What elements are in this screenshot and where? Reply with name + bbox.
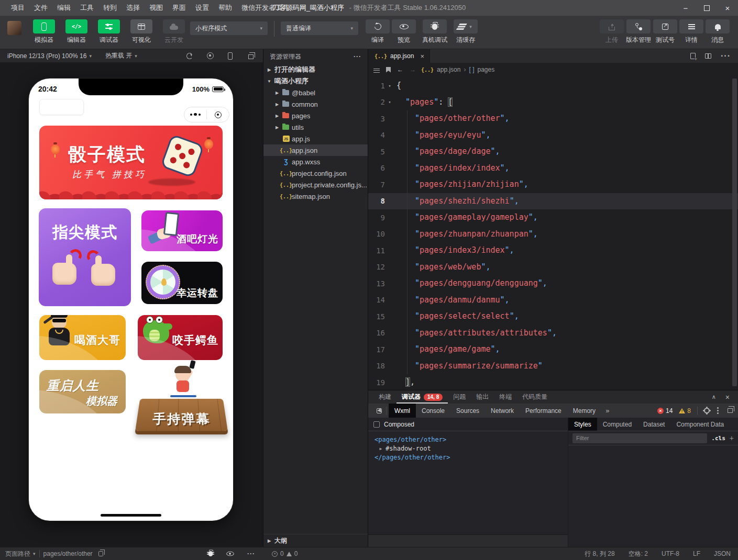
styles-tab-2[interactable]: Dataset xyxy=(637,418,670,431)
tile-biting-crocodile[interactable]: 咬手鳄鱼 xyxy=(138,315,223,360)
float-window-icon[interactable] xyxy=(248,54,254,59)
record-icon[interactable] xyxy=(207,52,214,59)
code-line-14[interactable]: 14"pages/danmu/danmu", xyxy=(368,292,738,309)
code-line-2[interactable]: 2▾"pages": [ xyxy=(368,94,738,111)
hot-reload-toggle[interactable]: 热重载 开 ▾ xyxy=(105,51,137,60)
cls-toggle[interactable]: .cls xyxy=(711,435,725,442)
close-tab-icon[interactable]: × xyxy=(420,52,424,60)
outline-section[interactable]: ▶ 大纲 xyxy=(263,534,368,547)
wxml-open-tag[interactable]: <pages/other/other> xyxy=(374,435,568,444)
file-sitemap-json[interactable]: {..}sitemap.json xyxy=(263,191,368,202)
gear-icon[interactable] xyxy=(704,408,710,413)
breadcrumb-path[interactable]: {..} app.json › [ ] pages xyxy=(421,66,494,73)
tab-app-json[interactable]: {..} app.json × xyxy=(368,49,430,63)
panel-tab-4[interactable]: 终端 xyxy=(494,390,517,404)
code-line-1[interactable]: 1▾{ xyxy=(368,77,738,94)
tile-bar-light[interactable]: 酒吧灯光 xyxy=(141,210,223,251)
code-line-3[interactable]: 3"pages/other/other", xyxy=(368,110,738,127)
tile-fingertip-mode[interactable]: 指尖模式 xyxy=(39,208,131,306)
visualize-toggle-button[interactable]: 可视化 xyxy=(128,19,155,44)
file-app-json[interactable]: {..}app.json xyxy=(263,144,368,156)
status-segment-0[interactable]: 行 8, 列 28 xyxy=(585,550,614,558)
more-icon[interactable]: ··· xyxy=(354,53,361,60)
code-line-4[interactable]: 4"pages/eyu/eyu", xyxy=(368,127,738,144)
code-line-5[interactable]: 5"pages/dage/dage", xyxy=(368,143,738,160)
wxml-close-tag[interactable]: </pages/other/other> xyxy=(374,453,568,462)
more-menu-icon[interactable] xyxy=(184,114,206,116)
undock-icon[interactable] xyxy=(728,408,733,413)
mode-select[interactable]: 小程序模式 ▾ xyxy=(190,21,268,35)
status-segment-4[interactable]: JSON xyxy=(714,550,731,557)
wxml-shadow-root[interactable]: ▶ #shadow-root xyxy=(374,444,568,453)
styles-tab-1[interactable]: Computed xyxy=(597,418,637,431)
menu-item-10[interactable]: 微信开发者工具 xyxy=(237,3,294,13)
status-segment-3[interactable]: LF xyxy=(693,550,700,557)
outline-list-icon[interactable] xyxy=(373,69,380,73)
styles-tab-3[interactable]: Component Data xyxy=(670,418,730,431)
warning-counter[interactable]: 8 xyxy=(679,407,691,415)
code-line-16[interactable]: 16"pages/attributes/attributes", xyxy=(368,325,738,342)
editor-scrollbar[interactable] xyxy=(732,79,737,386)
devtools-tab-sources[interactable]: Sources xyxy=(450,404,485,418)
code-line-15[interactable]: 15"pages/select/select", xyxy=(368,308,738,325)
panel-tab-2[interactable]: 问题 xyxy=(448,390,471,404)
close-miniprogram-icon[interactable] xyxy=(207,111,229,118)
code-line-11[interactable]: 11"pages/index3/index", xyxy=(368,242,738,259)
rotate-icon[interactable] xyxy=(186,53,193,59)
file-project-config-json[interactable]: {..}project.config.json xyxy=(263,167,368,179)
file-utils[interactable]: ▶utils xyxy=(263,121,368,133)
debugger-toggle-button[interactable]: 调试器 xyxy=(95,19,123,44)
tile-drinking-boss[interactable]: 喝酒大哥 xyxy=(39,315,126,360)
maximize-button[interactable] xyxy=(696,0,717,16)
code-line-12[interactable]: 12"pages/web/web", xyxy=(368,259,738,276)
code-line-8[interactable]: 8"pages/shezhi/shezhi", xyxy=(368,193,738,210)
copy-path-icon[interactable] xyxy=(98,551,103,556)
page-path-selector[interactable]: 页面路径 ▾ xyxy=(5,550,36,558)
close-button[interactable]: × xyxy=(717,0,738,16)
file-common[interactable]: ▶common xyxy=(263,98,368,110)
file-app-js[interactable]: JSapp.js xyxy=(263,133,368,144)
split-editor-icon[interactable] xyxy=(705,53,711,59)
tile-restart-life[interactable]: 重启人生 模拟器 xyxy=(39,370,126,413)
menu-item-8[interactable]: 设置 xyxy=(191,3,214,13)
open-editors-section[interactable]: ▶ 打开的编辑器 xyxy=(263,64,368,75)
panel-tab-3[interactable]: 输出 xyxy=(471,390,494,404)
devtools-tab-console[interactable]: Console xyxy=(416,404,450,418)
menu-item-1[interactable]: 文件 xyxy=(29,3,52,13)
styles-filter-input[interactable] xyxy=(572,433,707,443)
status-segment-2[interactable]: UTF-8 xyxy=(662,550,679,557)
kebab-menu-icon[interactable] xyxy=(717,410,719,411)
devtools-tab-memory[interactable]: Memory xyxy=(567,404,601,418)
breadcrumb-node[interactable]: pages xyxy=(477,66,494,73)
bookmark-icon[interactable] xyxy=(386,67,391,73)
device-select[interactable]: iPhone 12/13 (Pro) 100% 16 ▾ xyxy=(7,52,92,60)
version-control-button[interactable]: 版本管理 xyxy=(626,19,651,44)
wxml-tree[interactable]: <pages/other/other> ▶ #shadow-root </pag… xyxy=(368,431,568,534)
collapse-panel-icon[interactable]: ∧ xyxy=(712,394,716,400)
user-avatar[interactable] xyxy=(7,21,21,35)
panel-tab-1[interactable]: 调试器14, 8 xyxy=(396,390,448,404)
more-actions-icon[interactable]: ··· xyxy=(721,51,731,61)
menu-item-3[interactable]: 工具 xyxy=(75,3,98,13)
menu-item-6[interactable]: 视图 xyxy=(145,3,168,13)
code-line-19[interactable]: 19], xyxy=(368,374,738,390)
code-line-10[interactable]: 10"pages/zhuanpan/zhuanpan", xyxy=(368,226,738,243)
back-arrow-icon[interactable]: ← xyxy=(397,66,403,73)
compile-button[interactable]: 编译 xyxy=(366,19,390,44)
devtools-tab-wxml[interactable]: Wxml xyxy=(389,404,416,418)
tile-dice-mode[interactable]: 骰子模式 比手气 拼技巧 xyxy=(39,126,223,199)
element-picker-icon[interactable] xyxy=(377,408,382,413)
menu-item-4[interactable]: 转到 xyxy=(98,3,122,13)
file-app-wxss[interactable]: Ʒapp.wxss xyxy=(263,156,368,167)
code-line-13[interactable]: 13"pages/dengguang/dengguang", xyxy=(368,275,738,292)
more-icon[interactable]: ··· xyxy=(247,550,255,557)
project-section[interactable]: ▼ 喝酒小程序 xyxy=(263,75,368,87)
menu-item-9[interactable]: 帮助 xyxy=(214,3,237,13)
status-segment-1[interactable]: 空格: 2 xyxy=(629,550,648,558)
menu-item-7[interactable]: 界面 xyxy=(168,3,191,13)
add-style-icon[interactable]: + xyxy=(730,434,734,442)
device-frame-icon[interactable] xyxy=(228,52,233,60)
close-panel-icon[interactable]: × xyxy=(725,393,730,401)
code-line-6[interactable]: 6"pages/index/index", xyxy=(368,160,738,177)
file-pages[interactable]: ▶pages xyxy=(263,110,368,121)
